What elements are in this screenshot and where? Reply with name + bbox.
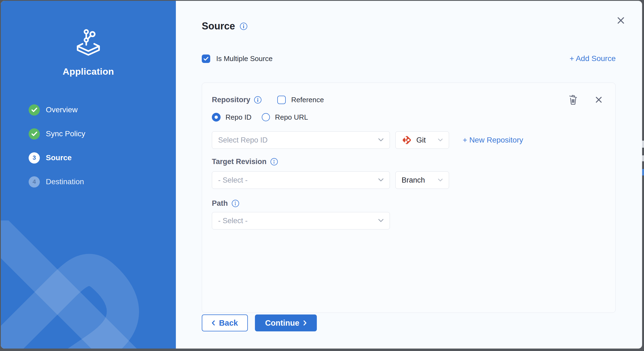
info-icon[interactable]: [270, 158, 278, 165]
is-multiple-source-label: Is Multiple Source: [216, 55, 273, 63]
chevron-down-icon: [438, 138, 443, 143]
info-icon[interactable]: [240, 23, 247, 30]
step-overview[interactable]: Overview: [29, 104, 176, 116]
step-source[interactable]: 3 Source: [29, 152, 176, 164]
page-edge-fragment: [642, 141, 644, 148]
delete-source-icon[interactable]: [568, 94, 578, 105]
repo-url-radio[interactable]: [262, 113, 270, 121]
step-label: Sync Policy: [46, 129, 85, 138]
page-title: Source: [202, 20, 235, 32]
brand-watermark: [1, 220, 154, 349]
step-label: Source: [46, 153, 72, 162]
new-repository-button[interactable]: + New Repository: [463, 136, 523, 144]
repo-type-value: Git: [416, 136, 426, 144]
source-step-panel: Source Is Multiple Source + Add Source R…: [176, 1, 642, 349]
reference-label: Reference: [291, 96, 324, 104]
repo-id-select-placeholder: Select Repo ID: [218, 136, 268, 144]
step-number-badge: 4: [29, 176, 40, 187]
continue-button-label: Continue: [265, 319, 299, 328]
repo-source-type-radios: Repo ID Repo URL: [212, 113, 606, 122]
chevron-down-icon: [438, 178, 443, 183]
step-label: Destination: [46, 177, 84, 186]
repository-header-row: Repository Reference: [212, 94, 606, 105]
back-button[interactable]: Back: [202, 314, 248, 331]
path-placeholder: - Select -: [218, 217, 248, 225]
reference-checkbox[interactable]: [277, 96, 286, 104]
source-card: Repository Reference: [202, 83, 616, 313]
step-sync-policy[interactable]: Sync Policy: [29, 128, 176, 140]
info-icon[interactable]: [232, 200, 239, 207]
wizard-footer: Back Continue: [202, 314, 616, 331]
path-select[interactable]: - Select -: [212, 212, 390, 229]
step-number-badge: 3: [29, 152, 40, 164]
close-icon[interactable]: [617, 16, 625, 25]
step-destination[interactable]: 4 Destination: [29, 176, 176, 187]
wizard-sidebar: Application Overview Sync Policy 3 Sourc…: [1, 1, 176, 349]
target-revision-label-row: Target Revision: [212, 158, 606, 166]
repo-select-row: Select Repo ID: [212, 131, 606, 149]
chevron-down-icon: [378, 218, 384, 223]
check-icon: [203, 57, 209, 61]
source-controls-row: Is Multiple Source + Add Source: [202, 54, 616, 63]
target-revision-select[interactable]: - Select -: [212, 171, 390, 189]
page-edge-fragment: [642, 169, 644, 175]
repo-url-label: Repo URL: [275, 113, 308, 122]
sidebar-title: Application: [1, 66, 176, 77]
repo-id-label: Repo ID: [225, 113, 251, 122]
target-revision-row: - Select - Branch: [212, 171, 606, 189]
info-icon[interactable]: [254, 96, 261, 104]
step-label: Overview: [46, 105, 78, 114]
repository-label: Repository: [212, 96, 250, 104]
application-modal: Application Overview Sync Policy 3 Sourc…: [1, 1, 642, 349]
path-label: Path: [212, 199, 228, 208]
chevron-right-icon: [303, 320, 307, 326]
add-source-button[interactable]: + Add Source: [570, 54, 616, 63]
path-row: - Select -: [212, 212, 606, 229]
revision-type-value: Branch: [402, 176, 425, 184]
git-icon: [402, 135, 412, 145]
back-button-label: Back: [219, 319, 238, 328]
page-header: Source: [202, 20, 616, 32]
check-icon: [31, 107, 37, 112]
repo-type-select[interactable]: Git: [395, 131, 449, 149]
continue-button[interactable]: Continue: [255, 314, 317, 331]
repo-id-radio[interactable]: [212, 113, 221, 122]
target-revision-placeholder: - Select -: [218, 176, 248, 184]
step-complete-badge: [29, 128, 40, 140]
page-edge-fragment: [642, 155, 644, 161]
path-label-row: Path: [212, 199, 606, 208]
application-icon: [71, 29, 106, 57]
chevron-down-icon: [378, 178, 384, 183]
remove-source-icon[interactable]: [595, 96, 602, 103]
check-icon: [31, 131, 37, 136]
chevron-down-icon: [378, 138, 384, 143]
chevron-left-icon: [212, 320, 215, 326]
wizard-steps: Overview Sync Policy 3 Source 4 Destinat…: [1, 104, 176, 187]
is-multiple-source-checkbox[interactable]: [202, 55, 210, 63]
repo-id-select[interactable]: Select Repo ID: [212, 131, 390, 149]
target-revision-label: Target Revision: [212, 158, 267, 166]
revision-type-select[interactable]: Branch: [395, 171, 449, 189]
step-complete-badge: [29, 104, 40, 116]
